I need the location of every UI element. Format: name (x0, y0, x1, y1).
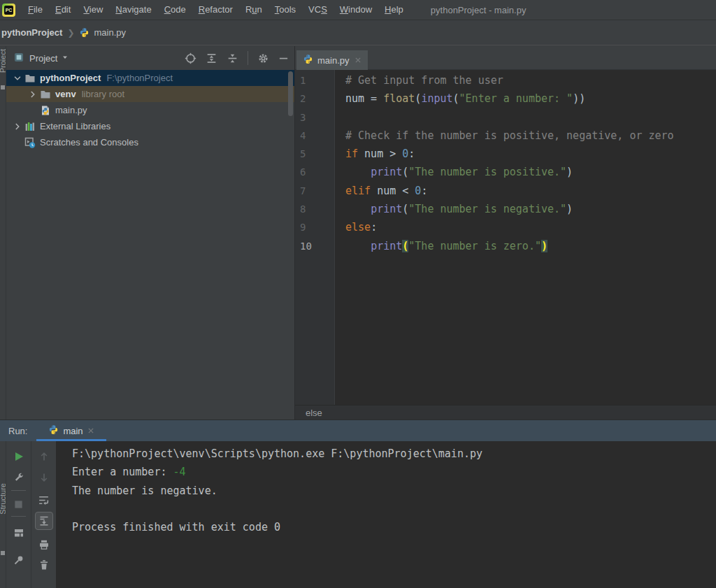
run-console-output[interactable]: F:\pythonProject\venv\Scripts\python.exe… (56, 441, 716, 588)
settings-wrench-icon[interactable] (11, 470, 27, 485)
menu-code[interactable]: Code (158, 0, 192, 20)
tree-item-suffix: library root (82, 89, 124, 99)
line-number: 4 (300, 127, 335, 145)
stripe-structure-button[interactable]: Structure (0, 483, 6, 515)
menu-tools[interactable]: Tools (268, 0, 302, 20)
menu-navigate[interactable]: Navigate (109, 0, 157, 20)
tree-item-scratches-and-consoles[interactable]: Scratches and Consoles (6, 134, 294, 150)
run-tab-main[interactable]: main (36, 420, 106, 441)
expand-all-icon[interactable] (206, 52, 217, 64)
tree-item-label: main.py (55, 105, 87, 115)
menu-file[interactable]: File (22, 0, 49, 20)
code-line: print("The number is positive.") (345, 163, 674, 181)
stripe-marker (1, 551, 5, 555)
run-panel-body: F:\pythonProject\venv\Scripts\python.exe… (6, 441, 716, 588)
close-tab-icon[interactable] (355, 57, 361, 64)
code-area[interactable]: # Get input from the usernum = float(inp… (345, 71, 674, 255)
console-line: The number is negative. (72, 482, 716, 500)
console-line: Enter a number: -4 (72, 463, 716, 481)
tree-item-main-py[interactable]: main.py (6, 102, 294, 118)
line-number: 10 (300, 237, 335, 255)
project-tool-icon (13, 52, 24, 65)
folder-icon (39, 89, 52, 100)
menu-vcs[interactable]: VCS (302, 0, 334, 20)
breadcrumb-project[interactable]: pythonProject (1, 27, 62, 38)
menu-bar: FileEditViewNavigateCodeRefactorRunTools… (22, 0, 410, 20)
scroll-to-end-icon[interactable] (35, 512, 53, 530)
code-line: elif num < 0: (345, 182, 674, 200)
menu-refactor[interactable]: Refactor (192, 0, 239, 20)
run-toolbar-left (6, 441, 31, 588)
editor-breadcrumbs: else (295, 405, 716, 420)
tree-item-label: pythonProject (40, 73, 101, 83)
code-line: print("The number is negative.") (345, 200, 674, 218)
project-tree: pythonProjectF:\pythonProjectvenvlibrary… (6, 70, 294, 280)
breadcrumb-file[interactable]: main.py (94, 27, 126, 38)
line-number: 8 (300, 200, 335, 218)
line-number: 9 (300, 218, 335, 236)
python-file-icon (48, 424, 59, 437)
tree-item-venv[interactable]: venvlibrary root (6, 86, 294, 102)
stripe-project-button[interactable]: Project (0, 49, 6, 73)
code-line: # Get input from the user (345, 71, 674, 89)
pin-icon[interactable] (11, 552, 27, 568)
restore-layout-icon[interactable] (11, 525, 27, 540)
menu-window[interactable]: Window (334, 0, 378, 20)
pycharm-window: PC FileEditViewNavigateCodeRefactorRunTo… (0, 0, 716, 588)
window-title: pythonProject - main.py (431, 5, 527, 15)
code-line: else: (345, 218, 674, 236)
run-tab-label: main (63, 426, 83, 436)
tree-item-external-libraries[interactable]: External Libraries (6, 118, 294, 134)
tree-item-pythonproject[interactable]: pythonProjectF:\pythonProject (6, 70, 294, 86)
console-line (72, 500, 716, 518)
project-panel-title[interactable]: Project (29, 53, 57, 64)
pycharm-logo-icon: PC (2, 3, 15, 17)
menu-help[interactable]: Help (378, 0, 410, 20)
code-line: # Check if the number is positive, negat… (345, 127, 674, 145)
tab-label: main.py (317, 55, 350, 66)
collapse-all-icon[interactable] (227, 52, 238, 64)
code-line (345, 108, 674, 127)
run-label: Run: (8, 426, 27, 436)
chevron-right-icon[interactable] (27, 89, 39, 99)
tree-item-label: Scratches and Consoles (40, 137, 138, 148)
menu-run[interactable]: Run (239, 0, 268, 20)
editor-tab-bar: main.py (295, 46, 716, 70)
close-run-tab-icon[interactable] (87, 427, 94, 434)
menu-edit[interactable]: Edit (49, 0, 77, 20)
code-line: num = float(input("Enter a number: ")) (345, 89, 674, 108)
python-file-icon (303, 54, 313, 66)
scratches-icon (24, 137, 36, 148)
console-line: Process finished with exit code 0 (72, 518, 716, 536)
hide-panel-icon[interactable] (278, 53, 289, 64)
code-editor[interactable]: 12345678910 # Get input from the usernum… (295, 70, 716, 405)
down-stack-trace-icon[interactable] (36, 470, 52, 485)
chevron-right-icon[interactable] (11, 122, 24, 131)
python-file-icon (79, 27, 90, 38)
soft-wrap-icon[interactable] (36, 492, 52, 508)
project-scrollbar-thumb[interactable] (288, 71, 293, 116)
tab-main-py[interactable]: main.py (296, 50, 368, 70)
stop-icon[interactable] (11, 496, 27, 512)
libraries-icon (24, 121, 36, 132)
code-line: print("The number is zero.") (345, 237, 674, 255)
breadcrumb-separator: ❯ (67, 28, 74, 38)
clear-all-icon[interactable] (36, 557, 52, 573)
breadcrumb-scope[interactable]: else (306, 408, 322, 418)
tree-item-label: External Libraries (40, 121, 110, 131)
toolbar-separator (248, 51, 248, 65)
navigation-bar: pythonProject ❯ main.py (0, 20, 716, 45)
print-icon[interactable] (36, 537, 52, 552)
menu-view[interactable]: View (77, 0, 109, 20)
toolbar-divider (11, 490, 26, 491)
tree-item-suffix: F:\pythonProject (106, 73, 173, 83)
title-bar: PC FileEditViewNavigateCodeRefactorRunTo… (0, 0, 716, 20)
locate-icon[interactable] (185, 52, 196, 64)
chevron-down-icon[interactable] (61, 53, 69, 64)
line-numbers: 12345678910 (295, 71, 335, 255)
console-toolbar (31, 441, 56, 588)
up-stack-trace-icon[interactable] (36, 449, 52, 464)
settings-gear-icon[interactable] (257, 52, 269, 64)
rerun-icon[interactable] (11, 449, 27, 464)
chevron-down-icon[interactable] (11, 73, 24, 83)
